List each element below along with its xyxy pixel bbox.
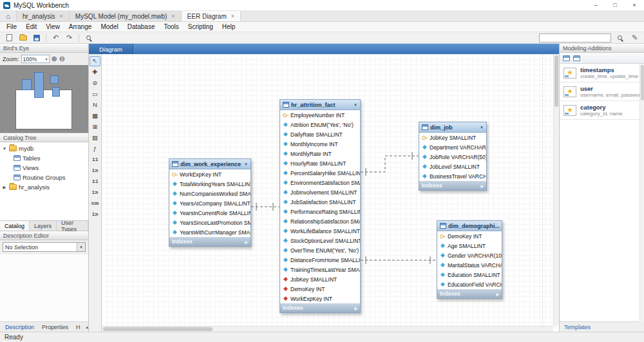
minimize-button[interactable]: –	[586, 0, 605, 10]
rel-one-to-many-non-identifying-tool[interactable]: 1:n	[90, 166, 100, 176]
table-field-row[interactable]: YearsAtCompany SMALLINT	[169, 198, 251, 208]
table-field-row[interactable]: PerformanceRating SMALLINT	[280, 207, 360, 216]
table-field-row[interactable]: JobKey SMALLINT	[280, 274, 360, 284]
tab-templates[interactable]: Templates	[560, 322, 644, 332]
table-field-row[interactable]: TrainingTimesLastYear SMALLINT	[280, 265, 360, 274]
table-field-row[interactable]: Education SMALLINT	[437, 270, 502, 280]
menu-item[interactable]: Arrange	[64, 22, 97, 32]
scrollbar-thumb[interactable]	[554, 55, 558, 107]
note-tool[interactable]: N	[90, 100, 100, 110]
table-field-row[interactable]: MonthlyIncome INT	[280, 139, 360, 149]
delete-tool[interactable]: ⊘	[90, 78, 100, 88]
open-model-button[interactable]	[17, 33, 29, 43]
tab-properties[interactable]: Properties	[38, 324, 72, 330]
table-field-row[interactable]: TotalWorkingYears SMALLINT	[169, 179, 251, 189]
tab-history[interactable]: H	[72, 324, 84, 330]
indexes-footer[interactable]: Indexes ▶	[419, 181, 486, 190]
tree-item-routine-groups[interactable]: Routine Groups	[0, 173, 88, 182]
expand-arrow-icon[interactable]: ▶	[2, 185, 7, 190]
table-field-row[interactable]: EnvironmentSatisfaction SMALLI...	[280, 178, 360, 187]
table-field-row[interactable]: MonthlyRate INT	[280, 149, 360, 158]
table-field-row[interactable]: JobRole VARCHAR(50)	[419, 152, 486, 162]
table-field-row[interactable]: EducationField VARCHAR(50)	[437, 280, 502, 289]
tab-user-types[interactable]: User Types	[57, 221, 88, 231]
zoom-out-button[interactable]: ⊖	[59, 55, 65, 62]
maximize-button[interactable]: □	[605, 0, 625, 10]
close-button[interactable]: ×	[625, 0, 644, 10]
tab-description[interactable]: Description	[1, 324, 38, 330]
vertical-scrollbar[interactable]	[553, 54, 559, 326]
scrollbar-thumb[interactable]	[641, 65, 644, 100]
indexes-footer[interactable]: Indexes ▶	[437, 289, 502, 298]
table-field-row[interactable]: Gender VARCHAR(10)	[437, 251, 502, 260]
tab-hr-analysis[interactable]: hr_analysis ×	[17, 11, 70, 21]
tree-item-mydb[interactable]: ▼ mydb	[0, 144, 88, 153]
template-item[interactable]: ★ category category_id, name	[560, 101, 644, 120]
horizontal-scrollbar[interactable]	[102, 326, 553, 332]
rel-one-to-one-non-identifying-tool[interactable]: 1:1	[90, 155, 100, 165]
new-document-button[interactable]	[3, 33, 15, 43]
rel-one-to-one-identifying-tool[interactable]: 1:1	[90, 176, 100, 187]
table-tool[interactable]: ⊞	[90, 122, 100, 132]
scrollbar-thumb[interactable]	[103, 327, 213, 331]
table-field-row[interactable]: DistanceFromHome SMALLINT	[280, 255, 360, 265]
search-input[interactable]	[539, 33, 611, 43]
table-header[interactable]: dim_job ▼	[419, 122, 486, 133]
rel-existing-columns-tool[interactable]: 1:n	[90, 209, 100, 220]
image-tool[interactable]: ▦	[90, 111, 100, 121]
tree-item-views[interactable]: Views	[0, 163, 88, 173]
menu-item[interactable]: Scripting	[184, 22, 218, 32]
expand-arrow-icon[interactable]: ▼	[2, 146, 7, 151]
table-field-row[interactable]: DemoKey INT	[280, 284, 360, 294]
save-model-button[interactable]	[30, 33, 43, 43]
menu-item[interactable]: Tools	[160, 22, 184, 32]
table-field-row[interactable]: StockOptionLevel SMALLINT	[280, 236, 360, 245]
table-field-row[interactable]: WorkLifeBalance SMALLINT	[280, 226, 360, 236]
tab-eer-diagram[interactable]: EER Diagram ×	[182, 11, 241, 21]
table-field-row[interactable]: Attrition ENUM('Yes', 'No')	[280, 120, 360, 129]
pan-tool[interactable]: ✚	[90, 67, 100, 77]
zoom-tool-button[interactable]	[82, 33, 95, 43]
chevron-down-icon[interactable]: ▾	[77, 243, 85, 251]
table-field-row[interactable]: Department VARCHAR(50)	[419, 142, 486, 152]
birdseye-viewport[interactable]	[15, 90, 72, 129]
diagram-canvas[interactable]: dim_work_experience ▼ WorkExpKey INT	[102, 54, 559, 332]
table-dim-demographics[interactable]: dim_demographi... ▼ DemoKey INT	[437, 220, 502, 299]
close-tab-icon[interactable]: ×	[171, 13, 175, 19]
tab-layers[interactable]: Layers	[30, 221, 57, 231]
home-tab[interactable]: ⌂	[0, 11, 17, 21]
rel-many-to-many-tool[interactable]: n:m	[90, 198, 100, 209]
search-options-button[interactable]	[614, 33, 626, 43]
table-header[interactable]: hr_attrition_fact ▼	[280, 100, 360, 110]
birds-eye-view[interactable]	[0, 65, 88, 133]
collapse-arrow-icon[interactable]: ▼	[354, 103, 357, 107]
table-field-row[interactable]: JobInvolvement SMALLINT	[280, 187, 360, 197]
layer-tool[interactable]: ▭	[90, 89, 100, 99]
view-template-icon[interactable]	[573, 55, 580, 61]
zoom-in-button[interactable]: ⊕	[52, 55, 57, 62]
relationship-line[interactable]	[361, 156, 419, 172]
close-tab-icon[interactable]: ×	[60, 13, 63, 19]
table-field-row[interactable]: WorkExpKey INT	[280, 294, 360, 303]
tree-item-tables[interactable]: Tables	[0, 153, 88, 163]
routine-group-tool[interactable]: ƒ	[90, 144, 100, 154]
selection-dropdown[interactable]: No Selection ▾	[3, 242, 86, 252]
tab-diagram[interactable]: Diagram	[89, 44, 133, 54]
table-field-row[interactable]: RelationshipSatisfaction SMALLINT	[280, 216, 360, 226]
menu-item[interactable]: Help	[218, 22, 240, 32]
menu-item[interactable]: Edit	[21, 22, 41, 32]
table-field-row[interactable]: NumCompaniesWorked SMALLINT	[169, 189, 251, 198]
table-field-row[interactable]: JobLevel SMALLINT	[419, 162, 486, 171]
indexes-footer[interactable]: Indexes ▶	[280, 303, 360, 312]
template-item[interactable]: ★ user username, email, password,...	[560, 82, 644, 101]
table-field-row[interactable]: Age SMALLINT	[437, 241, 502, 251]
panel-scrollbar[interactable]	[639, 64, 644, 322]
table-field-row[interactable]: YearsWithCurrManager SMALLINT	[169, 227, 251, 237]
edit-search-button[interactable]: ✎	[629, 33, 641, 43]
table-dim-job[interactable]: dim_job ▼ JobKey SMALLINT	[419, 122, 487, 191]
table-field-row[interactable]: DailyRate SMALLINT	[280, 129, 360, 139]
close-tab-icon[interactable]: ×	[231, 13, 234, 19]
table-field-row[interactable]: YearsInCurrentRole SMALLINT	[169, 208, 251, 218]
table-field-row[interactable]: JobKey SMALLINT	[419, 133, 486, 142]
menu-item[interactable]: View	[41, 22, 64, 32]
